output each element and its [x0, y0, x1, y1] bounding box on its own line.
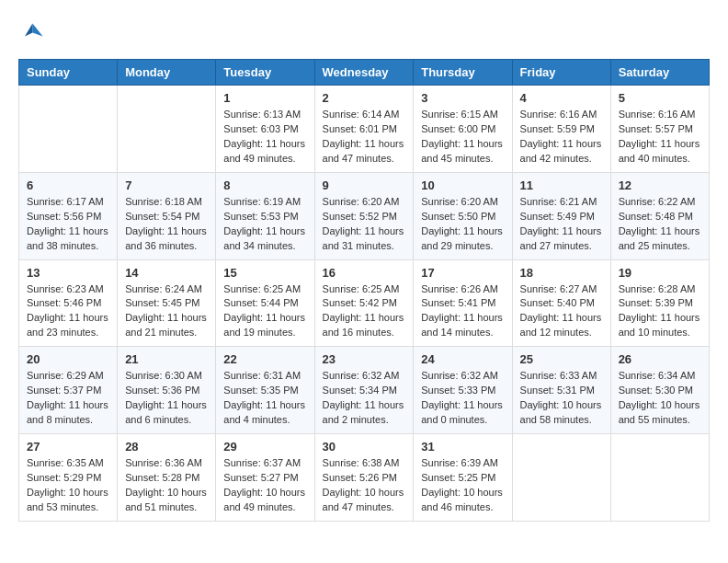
- calendar-cell: 24Sunrise: 6:32 AMSunset: 5:33 PMDayligh…: [414, 347, 512, 434]
- cell-content: Sunrise: 6:19 AMSunset: 5:53 PMDaylight:…: [223, 195, 306, 254]
- weekday-header-monday: Monday: [118, 60, 216, 86]
- day-number: 23: [323, 352, 406, 366]
- calendar-cell: 29Sunrise: 6:37 AMSunset: 5:27 PMDayligh…: [216, 434, 314, 522]
- cell-content: Sunrise: 6:24 AMSunset: 5:45 PMDaylight:…: [125, 282, 208, 341]
- calendar-cell: 30Sunrise: 6:38 AMSunset: 5:26 PMDayligh…: [314, 434, 414, 522]
- cell-content: Sunrise: 6:33 AMSunset: 5:31 PMDaylight:…: [520, 369, 603, 428]
- calendar-cell: 28Sunrise: 6:36 AMSunset: 5:28 PMDayligh…: [118, 434, 216, 522]
- day-number: 10: [421, 178, 504, 192]
- cell-content: Sunrise: 6:30 AMSunset: 5:36 PMDaylight:…: [125, 369, 208, 428]
- day-number: 9: [323, 178, 406, 192]
- day-number: 15: [223, 266, 306, 280]
- day-number: 18: [520, 266, 603, 280]
- day-number: 12: [619, 178, 701, 192]
- cell-content: Sunrise: 6:31 AMSunset: 5:35 PMDaylight:…: [223, 369, 306, 428]
- calendar-cell: 19Sunrise: 6:28 AMSunset: 5:39 PMDayligh…: [610, 259, 709, 347]
- cell-content: Sunrise: 6:25 AMSunset: 5:42 PMDaylight:…: [323, 282, 406, 341]
- calendar-cell: [512, 434, 610, 522]
- calendar-week-2: 6Sunrise: 6:17 AMSunset: 5:56 PMDaylight…: [19, 172, 710, 259]
- calendar-cell: 26Sunrise: 6:34 AMSunset: 5:30 PMDayligh…: [610, 347, 709, 434]
- calendar-week-5: 27Sunrise: 6:35 AMSunset: 5:29 PMDayligh…: [19, 434, 710, 522]
- day-number: 31: [421, 440, 504, 454]
- day-number: 7: [125, 178, 208, 192]
- cell-content: Sunrise: 6:16 AMSunset: 5:57 PMDaylight:…: [619, 108, 701, 167]
- day-number: 11: [520, 178, 603, 192]
- logo: [18, 18, 48, 44]
- day-number: 17: [421, 266, 504, 280]
- cell-content: Sunrise: 6:23 AMSunset: 5:46 PMDaylight:…: [27, 282, 109, 341]
- weekday-header-wednesday: Wednesday: [314, 60, 414, 86]
- weekday-header-saturday: Saturday: [610, 60, 709, 86]
- cell-content: Sunrise: 6:15 AMSunset: 6:00 PMDaylight:…: [421, 108, 504, 167]
- calendar-cell: 1Sunrise: 6:13 AMSunset: 6:03 PMDaylight…: [216, 86, 314, 173]
- cell-content: Sunrise: 6:32 AMSunset: 5:34 PMDaylight:…: [323, 369, 406, 428]
- day-number: 16: [323, 266, 406, 280]
- day-number: 4: [520, 91, 603, 105]
- day-number: 24: [421, 352, 504, 366]
- cell-content: Sunrise: 6:18 AMSunset: 5:54 PMDaylight:…: [125, 195, 208, 254]
- day-number: 22: [223, 352, 306, 366]
- calendar-cell: 25Sunrise: 6:33 AMSunset: 5:31 PMDayligh…: [512, 347, 610, 434]
- cell-content: Sunrise: 6:16 AMSunset: 5:59 PMDaylight:…: [520, 108, 603, 167]
- cell-content: Sunrise: 6:37 AMSunset: 5:27 PMDaylight:…: [223, 456, 306, 515]
- calendar-cell: 2Sunrise: 6:14 AMSunset: 6:01 PMDaylight…: [314, 86, 414, 173]
- day-number: 28: [125, 440, 208, 454]
- weekday-header-tuesday: Tuesday: [216, 60, 314, 86]
- calendar-cell: 22Sunrise: 6:31 AMSunset: 5:35 PMDayligh…: [216, 347, 314, 434]
- day-number: 29: [223, 440, 306, 454]
- cell-content: Sunrise: 6:21 AMSunset: 5:49 PMDaylight:…: [520, 195, 603, 254]
- calendar-cell: 18Sunrise: 6:27 AMSunset: 5:40 PMDayligh…: [512, 259, 610, 347]
- calendar-cell: 7Sunrise: 6:18 AMSunset: 5:54 PMDaylight…: [118, 172, 216, 259]
- calendar-cell: 11Sunrise: 6:21 AMSunset: 5:49 PMDayligh…: [512, 172, 610, 259]
- cell-content: Sunrise: 6:27 AMSunset: 5:40 PMDaylight:…: [520, 282, 603, 341]
- cell-content: Sunrise: 6:39 AMSunset: 5:25 PMDaylight:…: [421, 456, 504, 515]
- day-number: 25: [520, 352, 603, 366]
- cell-content: Sunrise: 6:26 AMSunset: 5:41 PMDaylight:…: [421, 282, 504, 341]
- cell-content: Sunrise: 6:25 AMSunset: 5:44 PMDaylight:…: [223, 282, 306, 341]
- cell-content: Sunrise: 6:32 AMSunset: 5:33 PMDaylight:…: [421, 369, 504, 428]
- cell-content: Sunrise: 6:36 AMSunset: 5:28 PMDaylight:…: [125, 456, 208, 515]
- calendar-cell: 16Sunrise: 6:25 AMSunset: 5:42 PMDayligh…: [314, 259, 414, 347]
- calendar-cell: 8Sunrise: 6:19 AMSunset: 5:53 PMDaylight…: [216, 172, 314, 259]
- cell-content: Sunrise: 6:35 AMSunset: 5:29 PMDaylight:…: [27, 456, 109, 515]
- calendar-cell: 12Sunrise: 6:22 AMSunset: 5:48 PMDayligh…: [610, 172, 709, 259]
- svg-marker-1: [25, 24, 32, 37]
- day-number: 3: [421, 91, 504, 105]
- cell-content: Sunrise: 6:34 AMSunset: 5:30 PMDaylight:…: [619, 369, 701, 428]
- cell-content: Sunrise: 6:13 AMSunset: 6:03 PMDaylight:…: [223, 108, 306, 167]
- calendar-cell: 10Sunrise: 6:20 AMSunset: 5:50 PMDayligh…: [414, 172, 512, 259]
- calendar-cell: 3Sunrise: 6:15 AMSunset: 6:00 PMDaylight…: [414, 86, 512, 173]
- day-number: 5: [619, 91, 701, 105]
- cell-content: Sunrise: 6:29 AMSunset: 5:37 PMDaylight:…: [27, 369, 109, 428]
- cell-content: Sunrise: 6:20 AMSunset: 5:50 PMDaylight:…: [421, 195, 504, 254]
- calendar-week-4: 20Sunrise: 6:29 AMSunset: 5:37 PMDayligh…: [19, 347, 710, 434]
- calendar-cell: 23Sunrise: 6:32 AMSunset: 5:34 PMDayligh…: [314, 347, 414, 434]
- calendar-cell: 4Sunrise: 6:16 AMSunset: 5:59 PMDaylight…: [512, 86, 610, 173]
- calendar-cell: 21Sunrise: 6:30 AMSunset: 5:36 PMDayligh…: [118, 347, 216, 434]
- calendar-cell: [19, 86, 118, 173]
- day-number: 8: [223, 178, 306, 192]
- day-number: 6: [27, 178, 109, 192]
- calendar-cell: 15Sunrise: 6:25 AMSunset: 5:44 PMDayligh…: [216, 259, 314, 347]
- day-number: 2: [323, 91, 406, 105]
- svg-marker-0: [32, 24, 42, 37]
- calendar-cell: 14Sunrise: 6:24 AMSunset: 5:45 PMDayligh…: [118, 259, 216, 347]
- day-number: 20: [27, 352, 109, 366]
- day-number: 1: [223, 91, 306, 105]
- calendar-cell: 20Sunrise: 6:29 AMSunset: 5:37 PMDayligh…: [19, 347, 118, 434]
- cell-content: Sunrise: 6:38 AMSunset: 5:26 PMDaylight:…: [323, 456, 406, 515]
- weekday-header-friday: Friday: [512, 60, 610, 86]
- calendar-cell: 9Sunrise: 6:20 AMSunset: 5:52 PMDaylight…: [314, 172, 414, 259]
- logo-icon: [18, 18, 44, 44]
- day-number: 30: [323, 440, 406, 454]
- cell-content: Sunrise: 6:14 AMSunset: 6:01 PMDaylight:…: [323, 108, 406, 167]
- calendar-body: 1Sunrise: 6:13 AMSunset: 6:03 PMDaylight…: [19, 86, 710, 522]
- cell-content: Sunrise: 6:22 AMSunset: 5:48 PMDaylight:…: [619, 195, 701, 254]
- calendar-cell: [118, 86, 216, 173]
- calendar-cell: 5Sunrise: 6:16 AMSunset: 5:57 PMDaylight…: [610, 86, 709, 173]
- calendar-cell: [610, 434, 709, 522]
- day-number: 14: [125, 266, 208, 280]
- day-number: 27: [27, 440, 109, 454]
- day-number: 19: [619, 266, 701, 280]
- calendar-week-1: 1Sunrise: 6:13 AMSunset: 6:03 PMDaylight…: [19, 86, 710, 173]
